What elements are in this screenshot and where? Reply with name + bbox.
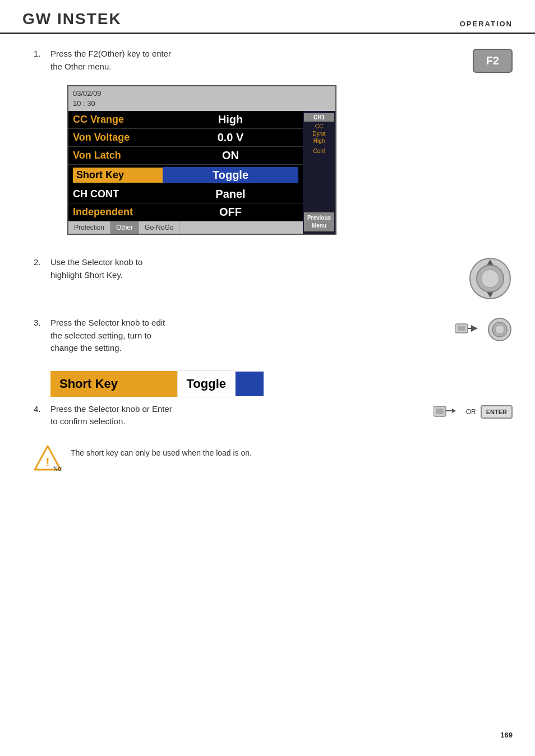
svg-rect-6 xyxy=(458,326,465,331)
main-content: 1. Press the F2(Other) key to enterthe O… xyxy=(0,34,535,488)
step-2: 2. Use the Selector knob tohighlight Sho… xyxy=(34,256,513,301)
side-ch1: CH1 xyxy=(304,113,334,122)
svg-point-4 xyxy=(481,270,499,287)
label-ch-cont: CH CONT xyxy=(73,188,163,200)
section-title: OPERATION xyxy=(460,20,513,28)
press-knob-icon xyxy=(455,317,513,342)
page-header: GW INSTEK OPERATION xyxy=(0,0,535,34)
step3-toggle-value: Toggle xyxy=(177,370,236,397)
screen-main: CC Vrange High Von Voltage 0.0 V Von Lat… xyxy=(68,111,303,234)
or-text: OR xyxy=(466,408,476,416)
step-3-text: Press the Selector knob to editthe selec… xyxy=(50,317,444,355)
selector-knob-icon xyxy=(468,256,513,301)
screen-menu-bar: Protection Other Go-NoGo xyxy=(68,221,303,234)
label-cc-vrange: CC Vrange xyxy=(73,114,163,126)
step-4: 4. Press the Selector knob or Enterto co… xyxy=(34,403,513,428)
side-conf: Conf xyxy=(313,148,325,154)
svg-point-10 xyxy=(495,325,504,334)
screen-side-panel: CH1 CCDynaHigh Conf PreviousMenu xyxy=(303,111,335,234)
screen-display: 03/02/0910 : 30 CC Vrange High Von Volta… xyxy=(67,85,336,235)
row-von-voltage: Von Voltage 0.0 V xyxy=(68,129,303,147)
row-short-key: Short Key Toggle xyxy=(68,165,303,185)
step-1-text: Press the F2(Other) key to enterthe Othe… xyxy=(50,48,462,73)
label-independent: Independent xyxy=(73,206,163,218)
screen-body: CC Vrange High Von Voltage 0.0 V Von Lat… xyxy=(68,111,335,234)
menu-go-nogo[interactable]: Go-NoGo xyxy=(139,221,179,234)
note-text: The short key can only be used when the … xyxy=(71,444,252,457)
note-section: ! Note The short key can only be used wh… xyxy=(34,444,513,474)
step-1: 1. Press the F2(Other) key to enterthe O… xyxy=(34,48,513,240)
step-3-number: 3. xyxy=(34,318,50,327)
value-independent: OFF xyxy=(163,206,298,219)
enter-button[interactable]: ENTER xyxy=(481,405,513,419)
step-4-number: 4. xyxy=(34,404,50,414)
step3-display-bar: Short Key Toggle xyxy=(50,370,264,397)
svg-rect-12 xyxy=(436,409,444,414)
row-independent: Independent OFF xyxy=(68,203,303,221)
value-von-voltage: 0.0 V xyxy=(163,131,298,144)
step3-short-key-label: Short Key xyxy=(50,371,177,397)
label-von-voltage: Von Voltage xyxy=(73,132,163,143)
value-von-latch: ON xyxy=(163,149,298,162)
svg-text:Note: Note xyxy=(53,465,62,472)
page-number: 169 xyxy=(500,731,513,739)
label-short-key: Short Key xyxy=(73,168,163,183)
value-cc-vrange: High xyxy=(163,113,298,126)
svg-text:!: ! xyxy=(45,455,49,469)
row-ch-cont: CH CONT Panel xyxy=(68,185,303,203)
screen-datetime: 03/02/0910 : 30 xyxy=(68,86,335,111)
label-von-latch: Von Latch xyxy=(73,150,163,161)
menu-protection[interactable]: Protection xyxy=(68,221,110,234)
value-ch-cont: Panel xyxy=(163,188,298,201)
step-4-text: Press the Selector knob or Enterto confi… xyxy=(50,403,428,428)
note-icon: ! Note xyxy=(34,444,62,474)
menu-other[interactable]: Other xyxy=(110,221,139,234)
step-2-number: 2. xyxy=(34,257,50,267)
value-short-key: Toggle xyxy=(163,167,298,183)
enter-icon: OR ENTER xyxy=(433,403,513,421)
step-3: 3. Press the Selector knob to editthe se… xyxy=(34,317,513,355)
side-info: CCDynaHigh xyxy=(312,123,325,145)
row-cc-vrange: CC Vrange High xyxy=(68,111,303,129)
step-1-number: 1. xyxy=(34,49,50,58)
side-prev-menu[interactable]: PreviousMenu xyxy=(304,212,334,231)
step-2-text: Use the Selector knob tohighlight Short … xyxy=(50,256,456,281)
svg-marker-14 xyxy=(452,409,456,413)
f2-button[interactable]: F2 xyxy=(473,48,513,73)
row-von-latch: Von Latch ON xyxy=(68,147,303,165)
company-logo: GW INSTEK xyxy=(22,10,122,28)
step3-blue-block xyxy=(236,372,264,396)
